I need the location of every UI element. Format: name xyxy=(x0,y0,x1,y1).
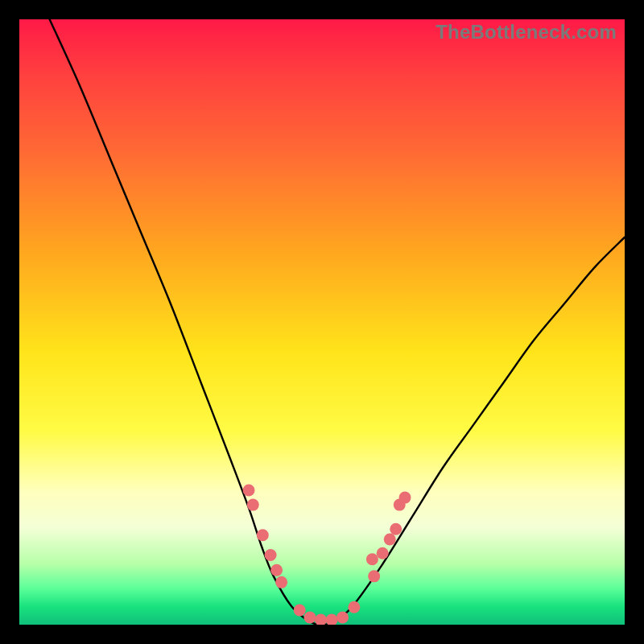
marker-dot xyxy=(348,601,360,613)
marker-dot xyxy=(315,613,327,625)
marker-dot xyxy=(275,576,287,588)
marker-dot xyxy=(270,564,283,576)
plot-area: TheBottleneck.com xyxy=(19,19,625,625)
marker-dot xyxy=(336,611,349,623)
marker-dot xyxy=(247,499,259,511)
marker-dot xyxy=(303,611,316,623)
marker-dot xyxy=(265,549,277,561)
marker-dot xyxy=(366,553,378,565)
marker-dot xyxy=(399,492,411,504)
marker-dot xyxy=(368,570,380,582)
marker-dot xyxy=(257,529,269,541)
chart-frame: TheBottleneck.com xyxy=(0,0,644,644)
marker-dot xyxy=(294,604,306,616)
marker-dot xyxy=(390,523,402,535)
marker-dot xyxy=(384,533,396,545)
marker-dot xyxy=(243,485,255,497)
marker-dot xyxy=(326,613,338,625)
marker-dot xyxy=(377,547,389,559)
highlight-dots xyxy=(19,19,625,625)
